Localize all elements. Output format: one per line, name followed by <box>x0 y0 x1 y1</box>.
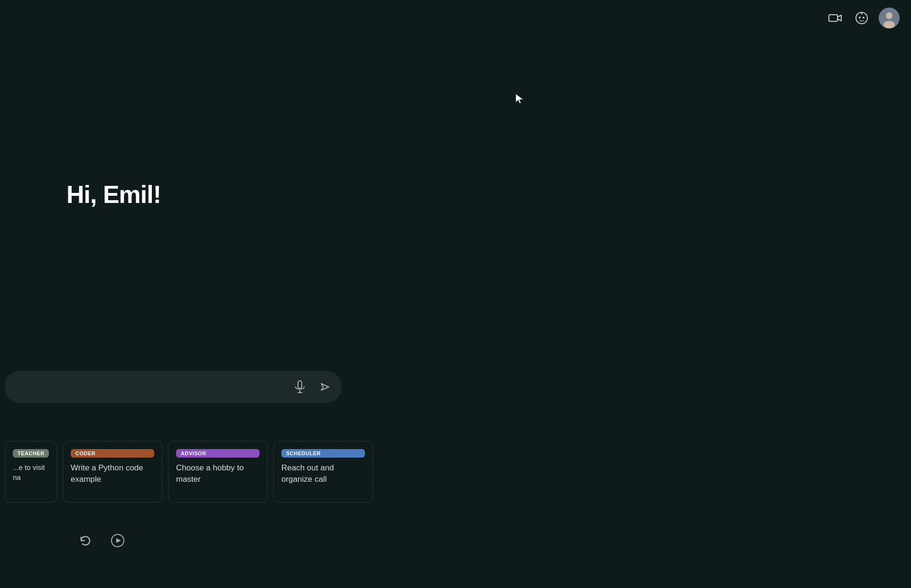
greeting-text: Hi, Emil! <box>66 180 161 209</box>
top-bar <box>814 0 911 36</box>
svg-point-3 <box>863 17 865 18</box>
card-scheduler[interactable]: SCHEDULER Reach out and organize call <box>273 441 373 503</box>
card-scheduler-text: Reach out and organize call <box>281 462 365 485</box>
card-teacher[interactable]: TEACHER ...e to visitna <box>5 441 57 503</box>
badge-coder: CODER <box>71 449 154 458</box>
bottom-controls <box>76 531 127 550</box>
badge-advisor: ADVISOR <box>176 449 260 458</box>
svg-point-2 <box>859 17 861 18</box>
video-camera-icon[interactable] <box>826 9 845 28</box>
svg-point-5 <box>861 13 863 15</box>
suggestion-cards: TEACHER ...e to visitna CODER Write a Py… <box>0 441 373 503</box>
send-button[interactable] <box>315 377 334 396</box>
card-advisor[interactable]: ADVISOR Choose a hobby to master <box>168 441 268 503</box>
play-button[interactable] <box>108 531 127 550</box>
svg-rect-9 <box>298 381 302 388</box>
svg-point-7 <box>886 12 892 19</box>
card-coder-text: Write a Python code example <box>71 462 154 485</box>
mic-button[interactable] <box>290 377 309 396</box>
search-bar <box>5 371 342 403</box>
cursor <box>515 93 524 106</box>
svg-point-8 <box>883 21 895 28</box>
reset-button[interactable] <box>76 531 95 550</box>
badge-teacher: TEACHER <box>13 449 49 458</box>
card-advisor-text: Choose a hobby to master <box>176 462 260 485</box>
user-avatar[interactable] <box>879 8 900 28</box>
card-coder[interactable]: CODER Write a Python code example <box>63 441 162 503</box>
svg-marker-13 <box>116 538 121 543</box>
card-teacher-text: ...e to visitna <box>13 462 49 482</box>
robot-icon[interactable] <box>852 9 871 28</box>
search-area <box>0 371 346 403</box>
badge-scheduler: SCHEDULER <box>281 449 365 458</box>
search-input[interactable] <box>12 382 285 392</box>
svg-rect-0 <box>829 15 837 21</box>
